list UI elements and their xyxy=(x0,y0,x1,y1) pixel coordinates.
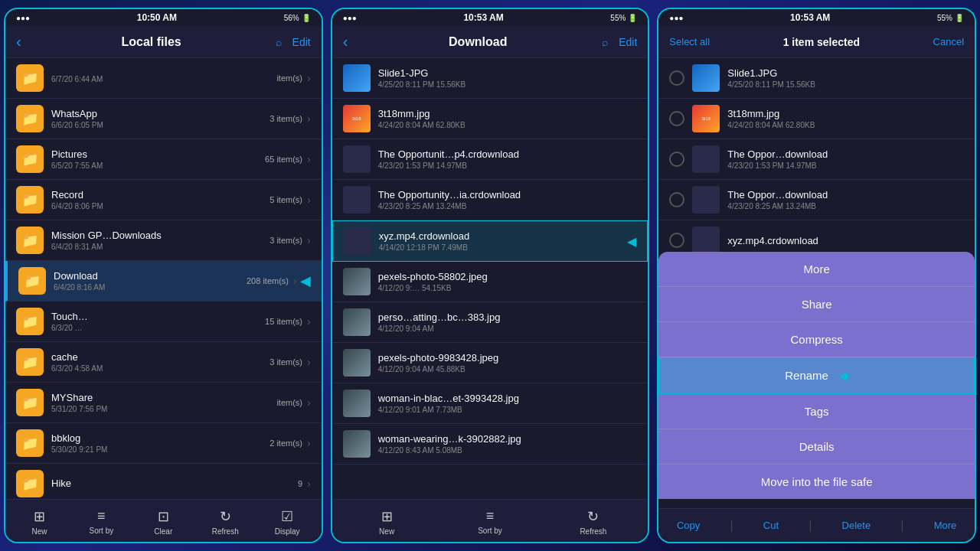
file-info: Pictures 6/5/20 7:55 AM xyxy=(51,148,265,170)
file-meta: 6/4/20 8:16 AM xyxy=(54,283,247,292)
refresh-label: Refresh xyxy=(212,527,239,536)
file-info: woman-wearing…k-3902882.jpg 4/12/20 8:43… xyxy=(378,433,638,455)
sort-by-button[interactable]: ≡ Sort by xyxy=(84,508,118,535)
file-meta: 4/23/20 1:53 PM 14.97MB xyxy=(727,161,964,170)
radio-button[interactable] xyxy=(669,192,684,207)
file-name: Record xyxy=(51,189,270,201)
file-name: MYShare xyxy=(51,392,276,403)
chevron-icon: › xyxy=(307,315,311,328)
menu-rename-button[interactable]: Rename ◀ xyxy=(658,357,975,394)
file-count: 2 item(s) xyxy=(270,439,302,448)
file-info: perso…atting…bc…383.jpg 4/12/20 9:04 AM xyxy=(378,311,638,333)
list-item[interactable]: pexels-photo-9983428.jpeg 4/12/20 9:04 A… xyxy=(332,343,648,383)
radio-button[interactable] xyxy=(669,152,684,167)
list-item[interactable]: The Oppor…download 4/23/20 1:53 PM 14.97… xyxy=(658,139,975,180)
list-item[interactable]: 3t18 3t18mm.jpg 4/24/20 8:04 AM 62.80KB xyxy=(332,99,648,139)
file-meta: 4/12/20 9:… 54.15KB xyxy=(378,284,638,292)
phone1-nav-title: Local files xyxy=(28,35,276,49)
chevron-icon: › xyxy=(307,72,311,84)
file-info: pexels-photo-9983428.jpeg 4/12/20 9:04 A… xyxy=(378,352,638,373)
list-item-selected[interactable]: xyz.mp4.crdownload 4/14/20 12:18 PM 7.49… xyxy=(332,220,648,262)
list-item[interactable]: 📁 cache 6/3/20 4:58 AM 3 item(s) › xyxy=(5,342,322,383)
sort-by-button[interactable]: ≡ Sort by xyxy=(473,508,507,535)
file-meta: 4/12/20 9:01 AM 7.73MB xyxy=(378,406,638,414)
file-count: 15 item(s) xyxy=(265,317,302,326)
phone1-search-icon[interactable]: ⌕ xyxy=(276,36,282,48)
phone2-edit-button[interactable]: Edit xyxy=(619,36,637,48)
list-item[interactable]: woman-in-blac…et-3993428.jpg 4/12/20 9:0… xyxy=(332,383,648,424)
file-date: 6/7/20 6:44 AM xyxy=(51,75,276,83)
list-item[interactable]: 📁 Mission GP…Downloads 6/4/20 8:31 AM 3 … xyxy=(5,220,322,261)
clear-button[interactable]: ⊡ Clear xyxy=(146,508,180,536)
list-item[interactable]: 3t18 3t18mm.jpg 4/24/20 8:04 AM 62.80KB xyxy=(658,99,975,139)
phone1-back-button[interactable]: ‹ xyxy=(16,33,21,51)
new-button[interactable]: ⊞ New xyxy=(22,508,56,536)
list-item[interactable]: pexels-photo-58802.jpeg 4/12/20 9:… 54.1… xyxy=(332,262,648,302)
sort-icon: ≡ xyxy=(97,508,106,524)
file-meta: 4/25/20 8:11 PM 15.56KB xyxy=(727,80,964,89)
file-meta: 4/12/20 9:04 AM xyxy=(378,324,638,333)
phone2-status-bar: ●●● 10:53 AM 55% 🔋 xyxy=(332,9,648,26)
list-item[interactable]: The Oppor…download 4/23/20 8:25 AM 13.24… xyxy=(658,180,975,220)
file-info: The Opportunity…ia.crdownload 4/23/20 8:… xyxy=(378,189,638,210)
menu-more-button[interactable]: More xyxy=(658,252,975,287)
list-item[interactable]: The Opportunit…p4.crdownload 4/23/20 1:5… xyxy=(332,139,648,180)
file-thumbnail xyxy=(343,145,371,173)
list-item[interactable]: 📁 Hike 9 › xyxy=(5,464,322,499)
radio-button[interactable] xyxy=(669,233,684,248)
list-item[interactable]: 📁 MYShare 5/31/20 7:56 PM item(s) › xyxy=(5,383,322,423)
file-info: 3t18mm.jpg 4/24/20 8:04 AM 62.80KB xyxy=(727,108,964,129)
display-label: Display xyxy=(275,527,300,536)
list-item[interactable]: 📁 6/7/20 6:44 AM item(s) › xyxy=(5,58,322,99)
menu-tags-button[interactable]: Tags xyxy=(658,394,975,429)
file-count: item(s) xyxy=(276,73,302,83)
radio-button[interactable] xyxy=(669,70,684,86)
delete-button[interactable]: Delete xyxy=(842,520,871,531)
list-item[interactable]: perso…atting…bc…383.jpg 4/12/20 9:04 AM xyxy=(332,302,648,343)
cut-button[interactable]: Cut xyxy=(763,520,779,531)
list-item[interactable]: 📁 Touch… 6/3/20 … 15 item(s) › xyxy=(5,302,322,342)
phone2-signal: ●●● xyxy=(343,14,357,22)
menu-share-button[interactable]: Share xyxy=(658,287,975,322)
display-button[interactable]: ☑ Display xyxy=(270,508,304,536)
copy-button[interactable]: Copy xyxy=(677,520,700,531)
list-item[interactable]: Slide1.JPG 4/25/20 8:11 PM 15.56KB xyxy=(658,58,975,99)
file-meta: 4/12/20 9:04 AM 45.88KB xyxy=(378,365,638,373)
selection-arrow-icon: ◀ xyxy=(627,234,636,249)
phone2-toolbar: ⊞ New ≡ Sort by ↻ Refresh xyxy=(332,499,648,542)
cancel-button[interactable]: Cancel xyxy=(933,36,964,47)
file-name: woman-in-blac…et-3993428.jpg xyxy=(378,393,638,404)
list-item[interactable]: The Opportunity…ia.crdownload 4/23/20 8:… xyxy=(332,180,648,220)
refresh-button[interactable]: ↻ Refresh xyxy=(208,508,242,536)
menu-details-button[interactable]: Details xyxy=(658,429,975,465)
phone1-edit-button[interactable]: Edit xyxy=(292,36,311,48)
phone2-back-button[interactable]: ‹ xyxy=(343,33,348,51)
radio-button[interactable] xyxy=(669,111,684,126)
new-button[interactable]: ⊞ New xyxy=(370,508,403,536)
list-item[interactable]: 📁 WhatsApp 6/6/20 6:05 PM 3 item(s) › xyxy=(5,99,322,139)
phone2-search-icon[interactable]: ⌕ xyxy=(602,36,608,48)
file-name: pexels-photo-58802.jpeg xyxy=(378,271,638,282)
file-meta: 5/31/20 7:56 PM xyxy=(51,405,276,413)
file-info: xyz.mp4.crdownload 4/14/20 12:18 PM 7.49… xyxy=(379,230,623,252)
chevron-icon: › xyxy=(307,478,311,490)
list-item[interactable]: Slide1-JPG 4/25/20 8:11 PM 15.56KB xyxy=(332,58,648,99)
phone1-file-list: 📁 6/7/20 6:44 AM item(s) › 📁 WhatsApp 6/… xyxy=(5,58,322,499)
list-item[interactable]: 📁 bbklog 5/30/20 9:21 PM 2 item(s) › xyxy=(5,423,322,464)
folder-icon: 📁 xyxy=(16,186,44,214)
menu-move-to-safe-button[interactable]: Move into the file safe xyxy=(658,465,975,499)
list-item-download[interactable]: 📁 Download 6/4/20 8:16 AM 208 item(s) › … xyxy=(5,261,322,302)
file-name: Touch… xyxy=(51,311,265,322)
list-item[interactable]: 📁 Record 6/4/20 8:06 PM 5 item(s) › xyxy=(5,180,322,220)
list-item[interactable]: woman-wearing…k-3902882.jpg 4/12/20 8:43… xyxy=(332,424,648,465)
select-all-button[interactable]: Select all xyxy=(669,36,710,47)
rename-arrow-icon: ◀ xyxy=(839,369,848,382)
phone1-status-bar: ●●● 10:50 AM 56% 🔋 xyxy=(5,9,322,26)
list-item[interactable]: 📁 Pictures 6/5/20 7:55 AM 65 item(s) › xyxy=(5,139,322,180)
more-button[interactable]: More xyxy=(934,520,957,531)
file-thumbnail xyxy=(343,349,371,377)
file-name: Hike xyxy=(51,478,298,489)
file-name: Mission GP…Downloads xyxy=(51,230,270,241)
refresh-button[interactable]: ↻ Refresh xyxy=(577,508,610,536)
menu-compress-button[interactable]: Compress xyxy=(658,322,975,357)
